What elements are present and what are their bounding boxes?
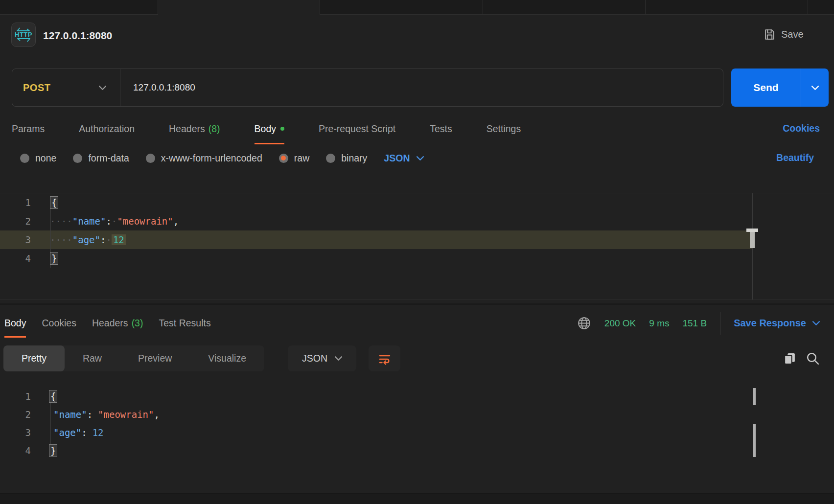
- tab-label: Headers: [92, 318, 128, 329]
- app-window: HTTP 127.0.0.1:8080 Save POST 127.0.0.1:…: [0, 0, 834, 504]
- radio-selected-icon[interactable]: [279, 154, 288, 163]
- tab-response-headers[interactable]: Headers (3): [92, 309, 143, 338]
- mode-none[interactable]: none: [20, 153, 56, 164]
- language-value: JSON: [384, 153, 410, 164]
- body-modified-dot: [280, 127, 284, 131]
- mode-form-data[interactable]: form-data: [73, 153, 129, 164]
- scrollbar-marker[interactable]: [753, 424, 756, 457]
- open-brace: {: [49, 390, 57, 403]
- response-body-viewer[interactable]: 1 { 2 "name":"meowrain", 3 "age":12 4 }: [0, 382, 834, 493]
- tab-response-cookies[interactable]: Cookies: [42, 309, 76, 338]
- send-options-caret[interactable]: [801, 69, 829, 107]
- overview-cursor-marker: [746, 229, 758, 232]
- tab-label: Cookies: [42, 318, 76, 329]
- search-response-button[interactable]: [806, 351, 820, 366]
- mode-x-www-form-urlencoded[interactable]: x-www-form-urlencoded: [146, 153, 262, 164]
- tab-tests[interactable]: Tests: [430, 113, 452, 144]
- response-time[interactable]: 9 ms: [649, 318, 669, 329]
- copy-response-button[interactable]: [783, 352, 796, 367]
- line-number: 4: [0, 253, 31, 264]
- whitespace-dot: ·: [106, 234, 111, 245]
- line-number: 4: [0, 445, 31, 456]
- active-request-tab[interactable]: [158, 0, 320, 15]
- tab-headers[interactable]: Headers (8): [169, 113, 220, 144]
- tab-authorization[interactable]: Authorization: [79, 113, 135, 144]
- beautify-link[interactable]: Beautify: [776, 152, 814, 163]
- http-method-icon: HTTP: [11, 23, 36, 47]
- response-language-dropdown[interactable]: JSON: [288, 345, 356, 371]
- body-mode-row: none form-data x-www-form-urlencoded raw…: [20, 147, 424, 169]
- json-key: "age": [72, 234, 100, 245]
- colon: :: [81, 427, 87, 438]
- json-string-value: "meowrain": [117, 216, 173, 227]
- tab-test-results[interactable]: Test Results: [159, 309, 210, 338]
- wrap-lines-button[interactable]: [369, 345, 400, 371]
- tab-body[interactable]: Body: [255, 113, 284, 144]
- response-tab-bar: Body Cookies Headers (3) Test Results: [4, 309, 211, 338]
- chevron-down-icon: [812, 321, 820, 325]
- save-response-label: Save Response: [734, 318, 806, 329]
- request-body-editor[interactable]: 1 { 2 ····"name":·"meowrain", 3 ····"age…: [0, 193, 834, 299]
- line-number: 3: [0, 234, 31, 245]
- view-pretty[interactable]: Pretty: [3, 345, 65, 371]
- pane-splitter[interactable]: [0, 303, 834, 305]
- mode-raw[interactable]: raw: [279, 153, 309, 164]
- headers-count-badge: (3): [132, 318, 143, 329]
- scrollbar-thumb[interactable]: [750, 232, 755, 248]
- send-label[interactable]: Send: [731, 69, 801, 107]
- tab-label: Body: [255, 123, 276, 135]
- divider: [120, 69, 120, 106]
- active-tab-underline: [4, 336, 26, 338]
- code-line: 3 ····"age":·12: [0, 230, 126, 249]
- search-icon: [806, 351, 820, 366]
- tab-divider: [808, 0, 808, 15]
- tab-params[interactable]: Params: [12, 113, 45, 144]
- url-input[interactable]: 127.0.0.1:8080: [133, 82, 195, 93]
- tab-label: Body: [4, 318, 26, 329]
- tab-response-body[interactable]: Body: [4, 309, 26, 338]
- chevron-down-icon: [335, 356, 342, 361]
- whitespace-dots: ····: [50, 216, 72, 227]
- cookies-link[interactable]: Cookies: [783, 123, 820, 134]
- view-preview[interactable]: Preview: [120, 345, 190, 371]
- send-button[interactable]: Send: [731, 69, 829, 107]
- mode-binary[interactable]: binary: [326, 153, 367, 164]
- response-view-switch: Pretty Raw Preview Visualize: [3, 345, 264, 371]
- headers-count-badge: (8): [208, 123, 220, 135]
- json-number-value: 12: [93, 427, 104, 438]
- mode-label: binary: [341, 153, 367, 164]
- method-dropdown[interactable]: POST: [12, 69, 120, 106]
- tab-label: Tests: [430, 123, 452, 135]
- tab-label: Authorization: [79, 123, 135, 135]
- language-dropdown[interactable]: JSON: [384, 153, 424, 164]
- method-value: POST: [23, 82, 50, 93]
- json-key: "name": [72, 216, 106, 227]
- comma: ,: [154, 409, 159, 420]
- scrollbar-marker[interactable]: [753, 388, 756, 405]
- save-response-button[interactable]: Save Response: [734, 318, 820, 329]
- tab-settings[interactable]: Settings: [486, 113, 521, 144]
- json-key: "age": [53, 427, 81, 438]
- mode-label: form-data: [88, 153, 129, 164]
- view-visualize[interactable]: Visualize: [190, 345, 264, 371]
- radio-icon[interactable]: [20, 154, 29, 163]
- wrap-lines-icon: [378, 352, 392, 366]
- radio-icon[interactable]: [73, 154, 82, 163]
- tab-pre-request-script[interactable]: Pre-request Script: [319, 113, 395, 144]
- mode-label: none: [35, 153, 56, 164]
- code-line: 1 {: [0, 193, 58, 212]
- segment-label: Visualize: [208, 353, 246, 364]
- status-code[interactable]: 200 OK: [604, 318, 636, 329]
- response-size[interactable]: 151 B: [682, 318, 707, 329]
- code-line: 3 "age":12: [0, 423, 104, 441]
- save-button[interactable]: Save: [764, 28, 804, 41]
- line-number: 1: [0, 197, 31, 208]
- mode-label: raw: [294, 153, 309, 164]
- whitespace-dot: ·: [112, 216, 117, 227]
- colon: :: [106, 216, 111, 227]
- radio-icon[interactable]: [326, 154, 335, 163]
- radio-icon[interactable]: [146, 154, 155, 163]
- view-raw[interactable]: Raw: [65, 345, 120, 371]
- bottom-status-strip: [0, 493, 834, 504]
- line-number: 3: [0, 427, 31, 438]
